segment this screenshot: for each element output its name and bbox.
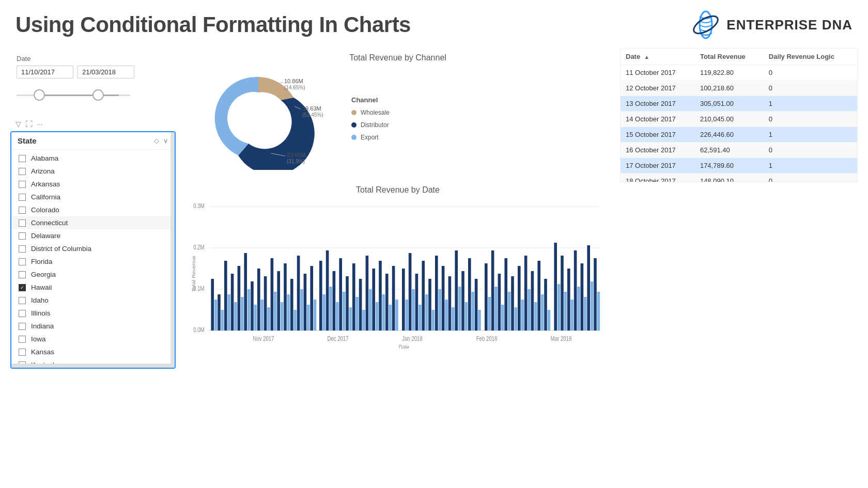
pin-icon[interactable]: ◇ bbox=[154, 137, 159, 145]
svg-rect-129 bbox=[591, 281, 594, 330]
state-label: Alabama bbox=[31, 154, 58, 162]
svg-rect-54 bbox=[333, 271, 336, 330]
state-item[interactable]: Kansas bbox=[11, 345, 175, 358]
th-date[interactable]: Date ▲ bbox=[621, 49, 695, 65]
svg-point-1 bbox=[691, 13, 721, 37]
donut-label-distributor: 39.63M bbox=[302, 105, 321, 112]
filter-icon[interactable]: ▽ bbox=[16, 120, 21, 128]
svg-rect-28 bbox=[244, 253, 247, 330]
svg-rect-37 bbox=[274, 292, 277, 330]
svg-rect-29 bbox=[247, 289, 251, 330]
svg-rect-84 bbox=[435, 256, 438, 330]
state-checkbox[interactable] bbox=[19, 181, 26, 188]
legend-title: Channel bbox=[351, 96, 390, 104]
state-item[interactable]: Hawaii bbox=[11, 281, 175, 294]
state-checkbox[interactable] bbox=[19, 219, 26, 227]
state-checkbox[interactable] bbox=[19, 271, 26, 278]
state-item[interactable]: Illinois bbox=[11, 307, 175, 320]
svg-rect-127 bbox=[584, 297, 587, 330]
svg-rect-110 bbox=[524, 256, 528, 330]
date-slider[interactable] bbox=[17, 85, 169, 105]
state-item[interactable]: Delaware bbox=[11, 229, 175, 242]
donut-container: 39.63M (53.45%) 23.65M (31.9%) 10.86M (1… bbox=[191, 67, 605, 170]
svg-rect-50 bbox=[319, 261, 322, 330]
state-checkbox[interactable] bbox=[19, 297, 26, 304]
svg-rect-92 bbox=[461, 271, 464, 330]
state-checkbox[interactable] bbox=[19, 284, 26, 291]
state-checkbox[interactable] bbox=[19, 168, 26, 175]
th-revenue[interactable]: Total Revenue bbox=[695, 49, 764, 65]
svg-rect-19 bbox=[214, 300, 218, 330]
svg-rect-46 bbox=[304, 274, 307, 330]
state-item[interactable]: District of Columbia bbox=[11, 242, 175, 255]
state-filter-title: State bbox=[18, 136, 37, 145]
center-charts: Total Revenue by Channel bbox=[186, 48, 610, 487]
state-item[interactable]: Alabama bbox=[11, 152, 175, 165]
state-checkbox[interactable] bbox=[19, 194, 26, 201]
state-checkbox[interactable] bbox=[19, 336, 26, 343]
svg-rect-48 bbox=[310, 266, 313, 330]
state-checkbox[interactable] bbox=[19, 323, 26, 330]
svg-rect-26 bbox=[238, 266, 241, 330]
state-checkbox[interactable] bbox=[19, 349, 26, 356]
state-checkbox[interactable] bbox=[19, 207, 26, 214]
logo-area: ENTERPRISE DNA bbox=[690, 9, 853, 40]
state-checkbox[interactable] bbox=[19, 258, 26, 265]
state-checkbox[interactable] bbox=[19, 155, 26, 162]
svg-text:0.0M: 0.0M bbox=[193, 326, 204, 333]
svg-rect-65 bbox=[369, 289, 372, 330]
state-item[interactable]: Arkansas bbox=[11, 178, 175, 191]
slider-thumb-left[interactable] bbox=[34, 89, 45, 101]
state-item[interactable]: California bbox=[11, 191, 175, 203]
donut-svg-wrapper: 39.63M (53.45%) 23.65M (31.9%) 10.86M (1… bbox=[191, 67, 336, 170]
state-item[interactable]: Arizona bbox=[11, 165, 175, 178]
dna-logo-icon bbox=[690, 9, 721, 40]
cell-revenue: 174,789.60 bbox=[695, 158, 764, 174]
svg-rect-25 bbox=[234, 302, 237, 330]
more-icon[interactable]: ··· bbox=[37, 120, 43, 128]
state-filter-icons: ◇ ∨ bbox=[154, 137, 168, 145]
state-item[interactable]: Indiana bbox=[11, 320, 175, 333]
state-checkbox[interactable] bbox=[19, 245, 26, 253]
state-item[interactable]: Colorado bbox=[11, 203, 175, 216]
state-label: Indiana bbox=[31, 322, 54, 330]
cell-date: 14 October 2017 bbox=[621, 112, 695, 127]
svg-rect-77 bbox=[412, 289, 415, 330]
table-row: 12 October 2017100,218.600 bbox=[621, 81, 857, 96]
date-to-input[interactable]: 21/03/2018 bbox=[78, 66, 134, 78]
data-table-scroll[interactable]: Date ▲ Total Revenue Daily Revenue Logic bbox=[620, 48, 858, 182]
svg-text:Mar 2018: Mar 2018 bbox=[551, 335, 572, 342]
svg-rect-100 bbox=[491, 250, 494, 330]
state-item[interactable]: Connecticut bbox=[11, 216, 175, 229]
svg-rect-89 bbox=[452, 307, 455, 330]
svg-rect-85 bbox=[438, 289, 441, 330]
resize-handle-bottom[interactable] bbox=[11, 364, 175, 368]
resize-handle-right[interactable] bbox=[171, 132, 175, 368]
expand-icon[interactable]: ⛶ bbox=[25, 120, 33, 128]
state-checkbox[interactable] bbox=[19, 310, 26, 317]
cell-date: 12 October 2017 bbox=[621, 81, 695, 96]
state-item[interactable]: Georgia bbox=[11, 268, 175, 281]
svg-rect-80 bbox=[422, 261, 425, 330]
svg-rect-131 bbox=[597, 292, 600, 330]
svg-rect-82 bbox=[428, 279, 431, 330]
svg-rect-71 bbox=[389, 305, 392, 330]
chevron-down-icon[interactable]: ∨ bbox=[163, 137, 168, 145]
state-checkbox[interactable] bbox=[19, 232, 26, 240]
th-logic[interactable]: Daily Revenue Logic bbox=[764, 49, 857, 65]
date-from-input[interactable]: 11/10/2017 bbox=[17, 66, 73, 78]
state-list[interactable]: AlabamaArizonaArkansasCaliforniaColorado… bbox=[11, 150, 175, 366]
svg-rect-106 bbox=[511, 276, 514, 330]
state-item[interactable]: Idaho bbox=[11, 294, 175, 307]
donut-section: Total Revenue by Channel bbox=[186, 48, 610, 175]
slider-thumb-right[interactable] bbox=[92, 89, 104, 101]
cell-logic: 0 bbox=[764, 143, 857, 158]
state-item[interactable]: Florida bbox=[11, 255, 175, 268]
state-label: Arkansas bbox=[31, 180, 60, 188]
svg-rect-41 bbox=[287, 294, 290, 330]
state-item[interactable]: Iowa bbox=[11, 333, 175, 345]
cell-logic: 0 bbox=[764, 65, 857, 81]
svg-rect-104 bbox=[504, 258, 507, 330]
svg-rect-39 bbox=[281, 302, 284, 330]
svg-rect-86 bbox=[442, 266, 445, 330]
